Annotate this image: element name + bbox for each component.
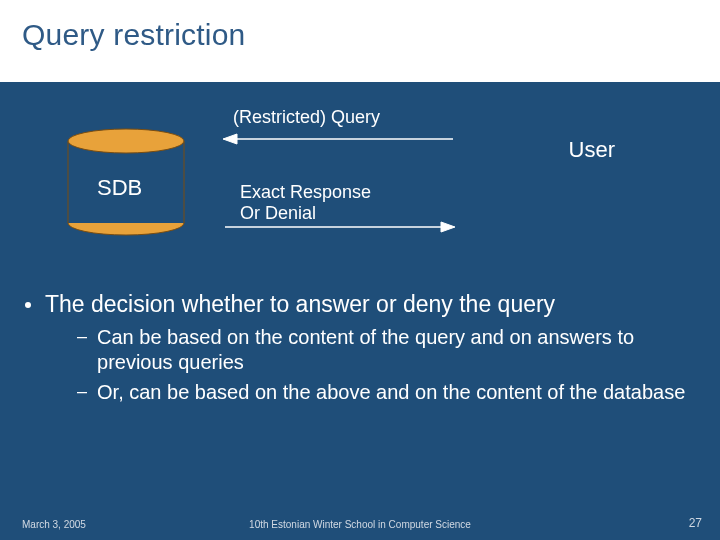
bullet-sub2-text: Or, can be based on the above and on the…: [97, 380, 685, 406]
bullet-dash-icon: –: [77, 380, 87, 406]
bullet-dash-icon: –: [77, 325, 87, 376]
bullet-main: The decision whether to answer or deny t…: [25, 290, 695, 319]
svg-marker-3: [441, 222, 455, 232]
bullet-sub-1: – Can be based on the content of the que…: [77, 325, 695, 376]
bullet-dot-icon: [25, 302, 31, 308]
footer-center: 10th Estonian Winter School in Computer …: [0, 519, 720, 530]
query-label: (Restricted) Query: [233, 107, 380, 128]
title-bar: Query restriction: [0, 0, 720, 82]
bullet-main-text: The decision whether to answer or deny t…: [45, 290, 555, 319]
response-line1: Exact Response: [240, 182, 371, 202]
diagram-area: (Restricted) Query User Exact Response O…: [55, 95, 635, 265]
slide-title: Query restriction: [22, 18, 698, 52]
bullet-list: The decision whether to answer or deny t…: [25, 290, 695, 406]
arrow-right-icon: [223, 221, 455, 233]
user-label: User: [569, 137, 615, 163]
response-line2: Or Denial: [240, 203, 316, 223]
response-label: Exact Response Or Denial: [240, 182, 371, 223]
arrow-left-icon: [223, 133, 455, 145]
sdb-label: SDB: [97, 175, 142, 201]
svg-point-8: [68, 129, 184, 153]
bullet-sub1-text: Can be based on the content of the query…: [97, 325, 695, 376]
svg-marker-1: [223, 134, 237, 144]
bullet-sub-2: – Or, can be based on the above and on t…: [77, 380, 695, 406]
footer-page-number: 27: [689, 516, 702, 530]
